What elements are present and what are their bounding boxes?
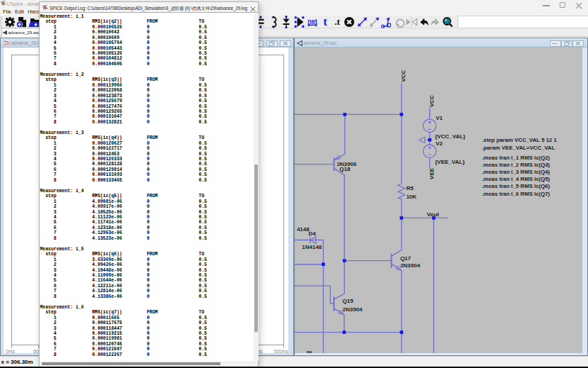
svg-text:Q15: Q15 (343, 298, 354, 304)
svg-text:.meas tran I_1 RMS Ic(Q2): .meas tran I_1 RMS Ic(Q2) (482, 155, 550, 161)
svg-text:2N3904: 2N3904 (400, 262, 421, 269)
svg-text:VCC: VCC (429, 95, 435, 107)
svg-text:Vout: Vout (427, 211, 440, 218)
svg-text:R5: R5 (406, 185, 414, 191)
svg-text:{VCC_VAL}: {VCC_VAL} (435, 133, 465, 140)
svg-text:4148: 4148 (297, 226, 310, 233)
svg-text:V1: V1 (436, 115, 443, 121)
svg-text:VCC: VCC (400, 69, 407, 82)
svg-text:t: t (323, 16, 327, 28)
svg-text:.meas tran I_5 RMS Ic(Q6): .meas tran I_5 RMS Ic(Q6) (482, 183, 550, 189)
svg-text:10K: 10K (406, 194, 417, 200)
svg-text:VEE: VEE (429, 167, 435, 179)
svg-text:IN: IN (307, 350, 312, 353)
svg-text:.meas tran I_6 RMS Ic(Q7): .meas tran I_6 RMS Ic(Q7) (482, 191, 550, 197)
svg-text:.meas tran I_2 RMS Ic(Q3): .meas tran I_2 RMS Ic(Q3) (482, 162, 550, 168)
svg-text:Q18: Q18 (339, 166, 351, 172)
svg-text:.step param VCC_VAL 5 12 1: .step param VCC_VAL 5 12 1 (482, 137, 557, 143)
svg-text:.t: .t (334, 16, 340, 27)
svg-text:.param VEE_VAL=VCC_VAL: .param VEE_VAL=VCC_VAL (482, 145, 555, 151)
svg-text:.meas tran I_3 RMS Ic(Q4): .meas tran I_3 RMS Ic(Q4) (482, 169, 550, 175)
svg-text:V2: V2 (436, 140, 443, 147)
svg-text:2N3904: 2N3904 (343, 306, 363, 313)
svg-text:1N4148: 1N4148 (302, 244, 322, 250)
svg-text:Q17: Q17 (400, 255, 412, 262)
svg-text:.meas tran I_4 RMS Ic(Q5): .meas tran I_4 RMS Ic(Q5) (482, 176, 550, 182)
svg-text:{VEE_VAL}: {VEE_VAL} (435, 159, 465, 165)
svg-text:net: net (307, 18, 317, 25)
svg-text:D4: D4 (309, 230, 317, 237)
